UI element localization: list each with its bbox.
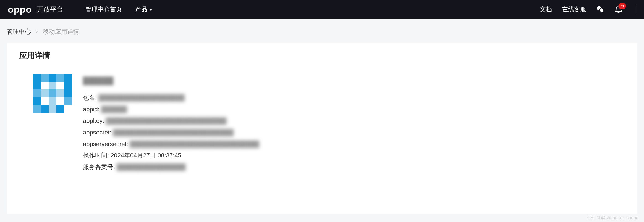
value-appkey: ████████████████████████████ <box>106 115 226 127</box>
brand-logo: oppo <box>8 4 32 15</box>
notification-badge: 71 <box>618 3 626 9</box>
label-appserversecret: appserversecret: <box>83 138 128 150</box>
app-detail-section: ██████ 包名: ████████████████████ appid: █… <box>33 74 625 173</box>
wechat-icon[interactable] <box>596 5 604 14</box>
row-appserversecret: appserversecret: ███████████████████████… <box>83 138 259 150</box>
vertical-divider <box>636 5 636 14</box>
label-package: 包名: <box>83 92 97 104</box>
breadcrumb-separator: > <box>35 29 38 35</box>
row-package: 包名: ████████████████████ <box>83 92 259 104</box>
breadcrumb-current: 移动应用详情 <box>43 28 79 36</box>
row-filing: 服务备案号: ████████████████ <box>83 161 259 173</box>
platform-name: 开放平台 <box>37 5 63 14</box>
row-appsecret: appsecret: ████████████████████████████ <box>83 127 259 138</box>
label-optime: 操作时间: <box>83 150 109 161</box>
nav-right: 文档 在线客服 71 <box>540 5 636 14</box>
label-appkey: appkey: <box>83 115 104 127</box>
app-icon <box>33 74 72 113</box>
notification-bell[interactable]: 71 <box>614 5 623 14</box>
watermark: CSDN @sheng_er_sheng <box>587 215 638 220</box>
row-optime: 操作时间: 2024年04月27日 08:37:45 <box>83 150 259 161</box>
value-appserversecret: ██████████████████████████████ <box>130 138 259 150</box>
nav-docs-label: 文档 <box>540 5 552 14</box>
app-info: ██████ 包名: ████████████████████ appid: █… <box>83 74 259 173</box>
content-card: 应用详情 ██████ 包名: ████████████████████ app… <box>7 43 637 214</box>
value-filing: ████████████████ <box>117 161 185 173</box>
page-title: 应用详情 <box>19 50 625 61</box>
nav-docs[interactable]: 文档 <box>540 5 552 14</box>
nav-left: 管理中心首页 产品 <box>85 5 152 14</box>
row-appid: appid: ██████ <box>83 104 259 115</box>
value-package: ████████████████████ <box>98 92 185 104</box>
top-navbar: oppo 开放平台 管理中心首页 产品 文档 在线客服 71 <box>0 0 644 19</box>
nav-home-label: 管理中心首页 <box>85 5 122 14</box>
nav-product[interactable]: 产品 <box>135 5 152 14</box>
chevron-down-icon <box>149 9 152 11</box>
nav-product-label: 产品 <box>135 5 147 14</box>
app-name: ██████ <box>83 74 259 88</box>
breadcrumb-root[interactable]: 管理中心 <box>7 28 31 36</box>
label-appsecret: appsecret: <box>83 127 111 138</box>
breadcrumb: 管理中心 > 移动应用详情 <box>0 19 644 43</box>
nav-support-label: 在线客服 <box>562 5 586 14</box>
label-appid: appid: <box>83 104 100 115</box>
value-appsecret: ████████████████████████████ <box>113 127 234 138</box>
label-filing: 服务备案号: <box>83 161 115 173</box>
row-appkey: appkey: ████████████████████████████ <box>83 115 259 127</box>
nav-support[interactable]: 在线客服 <box>562 5 586 14</box>
nav-home[interactable]: 管理中心首页 <box>85 5 122 14</box>
logo-group[interactable]: oppo 开放平台 <box>8 4 63 15</box>
value-optime: 2024年04月27日 08:37:45 <box>111 150 181 161</box>
value-appid: ██████ <box>101 104 127 115</box>
